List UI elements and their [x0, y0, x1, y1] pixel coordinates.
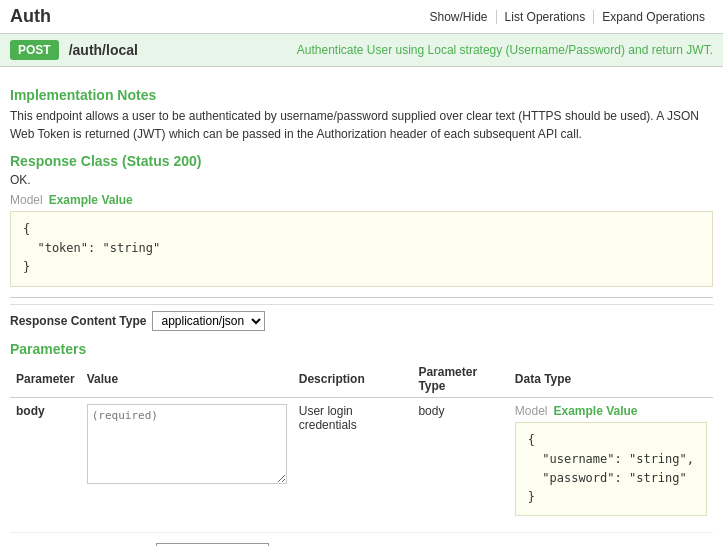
col-param-type: Parameter Type	[412, 361, 508, 398]
parameters-header-row: Parameter Value Description Parameter Ty…	[10, 361, 713, 398]
col-parameter: Parameter	[10, 361, 81, 398]
param-type: body	[412, 397, 508, 533]
param-model-label: Model	[515, 404, 548, 418]
list-operations-link[interactable]: List Operations	[496, 10, 594, 24]
col-data-type: Data Type	[509, 361, 713, 398]
show-hide-link[interactable]: Show/Hide	[422, 10, 496, 24]
response-ok-text: OK.	[10, 173, 713, 187]
table-row: body User login credentials body Model E…	[10, 397, 713, 533]
param-data-type-cell: Model Example Value { "username": "strin…	[509, 397, 713, 533]
param-value-textarea[interactable]	[87, 404, 287, 484]
param-code-block: { "username": "string", "password": "str…	[515, 422, 707, 517]
expand-operations-link[interactable]: Expand Operations	[593, 10, 713, 24]
response-content-type-row: Response Content Type application/json	[10, 304, 713, 331]
model-toggle: Model Example Value	[10, 193, 713, 207]
param-name: body	[10, 397, 81, 533]
main-content: Implementation Notes This endpoint allow…	[0, 67, 723, 546]
implementation-notes-text: This endpoint allows a user to be authen…	[10, 107, 713, 143]
parameters-table: Parameter Value Description Parameter Ty…	[10, 361, 713, 546]
top-header: Auth Show/Hide List Operations Expand Op…	[0, 0, 723, 34]
page-title: Auth	[10, 6, 51, 27]
parameters-title: Parameters	[10, 341, 713, 357]
param-content-type-row: Parameter content type: application/json	[16, 539, 707, 546]
endpoint-description: Authenticate User using Local strategy (…	[297, 43, 713, 57]
example-value-link[interactable]: Example Value	[49, 193, 133, 207]
param-model-toggle: Model Example Value	[515, 404, 707, 418]
response-class-title: Response Class (Status 200)	[10, 153, 713, 169]
param-description: User login credentials	[293, 397, 413, 533]
param-example-value-link[interactable]: Example Value	[554, 404, 638, 418]
response-content-type-label: Response Content Type	[10, 314, 146, 328]
response-code-block: { "token": "string" }	[10, 211, 713, 287]
model-label: Model	[10, 193, 43, 207]
response-content-type-select[interactable]: application/json	[152, 311, 265, 331]
method-badge: POST	[10, 40, 59, 60]
divider-1	[10, 297, 713, 298]
implementation-notes-title: Implementation Notes	[10, 87, 713, 103]
col-description: Description	[293, 361, 413, 398]
col-value: Value	[81, 361, 293, 398]
endpoint-row: POST /auth/local Authenticate User using…	[0, 34, 723, 67]
param-value-cell	[81, 397, 293, 533]
param-content-type-row-tr: Parameter content type: application/json	[10, 533, 713, 546]
header-links: Show/Hide List Operations Expand Operati…	[422, 10, 713, 24]
endpoint-path: /auth/local	[69, 42, 287, 58]
